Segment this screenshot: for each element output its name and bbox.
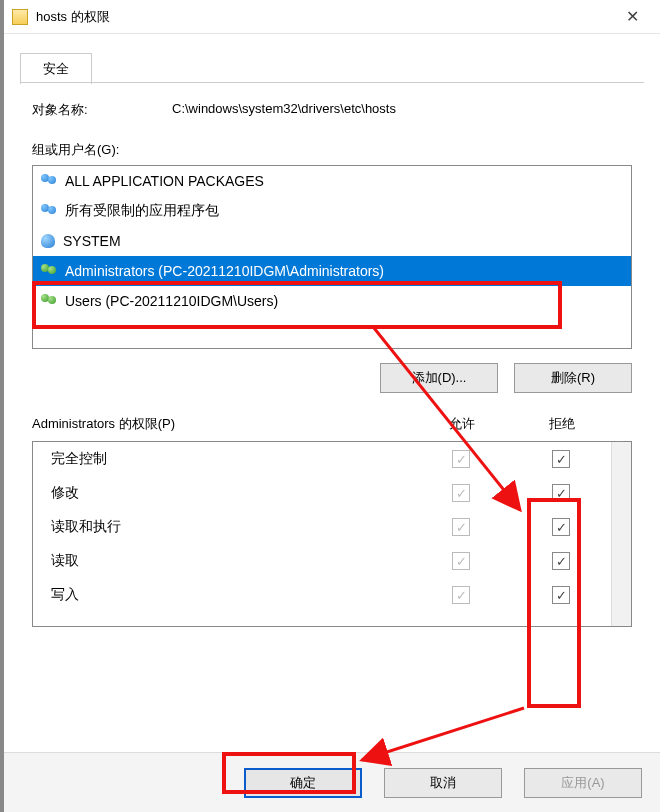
- list-item-label: Users (PC-20211210IDGM\Users): [65, 293, 278, 309]
- permission-col-allow: 允许: [412, 415, 512, 433]
- group-listbox[interactable]: ALL APPLICATION PACKAGES 所有受限制的应用程序包 SYS…: [32, 165, 632, 349]
- list-item-label: SYSTEM: [63, 233, 121, 249]
- titlebar: hosts 的权限 ✕: [4, 0, 660, 34]
- add-button[interactable]: 添加(D)...: [380, 363, 498, 393]
- tab-strip: 安全: [4, 34, 660, 83]
- permission-row: 读取 ✓ ✓: [33, 544, 611, 578]
- permission-header: Administrators 的权限(P) 允许 拒绝: [32, 415, 632, 433]
- permission-row: 读取和执行 ✓ ✓: [33, 510, 611, 544]
- object-value: C:\windows\system32\drivers\etc\hosts: [172, 101, 632, 119]
- allow-checkbox[interactable]: ✓: [452, 484, 470, 502]
- allow-checkbox[interactable]: ✓: [452, 450, 470, 468]
- deny-checkbox[interactable]: ✓: [552, 552, 570, 570]
- object-row: 对象名称: C:\windows\system32\drivers\etc\ho…: [32, 101, 632, 119]
- dialog-buttons: 确定 取消 应用(A): [4, 752, 660, 812]
- folder-icon: [12, 9, 28, 25]
- scrollbar[interactable]: [611, 442, 631, 626]
- permission-row: 完全控制 ✓ ✓: [33, 442, 611, 476]
- list-item[interactable]: 所有受限制的应用程序包: [33, 196, 631, 226]
- permission-name: 读取: [51, 552, 411, 570]
- permission-header-label: Administrators 的权限(P): [32, 415, 412, 433]
- allow-checkbox[interactable]: ✓: [452, 518, 470, 536]
- deny-checkbox[interactable]: ✓: [552, 450, 570, 468]
- group-label: 组或用户名(G):: [32, 141, 632, 159]
- tab-security[interactable]: 安全: [20, 53, 92, 84]
- group-icon: [41, 294, 59, 308]
- list-item[interactable]: Users (PC-20211210IDGM\Users): [33, 286, 631, 316]
- permission-name: 读取和执行: [51, 518, 411, 536]
- list-item-label: Administrators (PC-20211210IDGM\Administ…: [65, 263, 384, 279]
- permission-row: 写入 ✓ ✓: [33, 578, 611, 612]
- list-item-administrators[interactable]: Administrators (PC-20211210IDGM\Administ…: [33, 256, 631, 286]
- permission-name: 修改: [51, 484, 411, 502]
- permission-row: 修改 ✓ ✓: [33, 476, 611, 510]
- group-icon: [41, 174, 59, 188]
- list-item-label: ALL APPLICATION PACKAGES: [65, 173, 264, 189]
- user-icon: [41, 234, 55, 248]
- remove-button[interactable]: 删除(R): [514, 363, 632, 393]
- list-item-label: 所有受限制的应用程序包: [65, 202, 219, 220]
- window-title: hosts 的权限: [36, 8, 612, 26]
- permission-list: 完全控制 ✓ ✓ 修改 ✓ ✓ 读取和执行 ✓ ✓ 读取 ✓ ✓ 写入 ✓: [32, 441, 632, 627]
- permission-row-truncated: [33, 612, 611, 626]
- deny-checkbox[interactable]: ✓: [552, 518, 570, 536]
- permission-name: 完全控制: [51, 450, 411, 468]
- cancel-button[interactable]: 取消: [384, 768, 502, 798]
- close-button[interactable]: ✕: [612, 3, 652, 31]
- apply-button[interactable]: 应用(A): [524, 768, 642, 798]
- deny-checkbox[interactable]: ✓: [552, 484, 570, 502]
- allow-checkbox[interactable]: ✓: [452, 586, 470, 604]
- permission-col-deny: 拒绝: [512, 415, 612, 433]
- allow-checkbox[interactable]: ✓: [452, 552, 470, 570]
- add-remove-row: 添加(D)... 删除(R): [32, 363, 632, 393]
- list-item[interactable]: SYSTEM: [33, 226, 631, 256]
- deny-checkbox[interactable]: ✓: [552, 586, 570, 604]
- group-icon: [41, 204, 59, 218]
- list-item[interactable]: ALL APPLICATION PACKAGES: [33, 166, 631, 196]
- permission-name: 写入: [51, 586, 411, 604]
- dialog-content: 对象名称: C:\windows\system32\drivers\etc\ho…: [4, 83, 660, 637]
- ok-button[interactable]: 确定: [244, 768, 362, 798]
- group-icon: [41, 264, 59, 278]
- object-label: 对象名称:: [32, 101, 172, 119]
